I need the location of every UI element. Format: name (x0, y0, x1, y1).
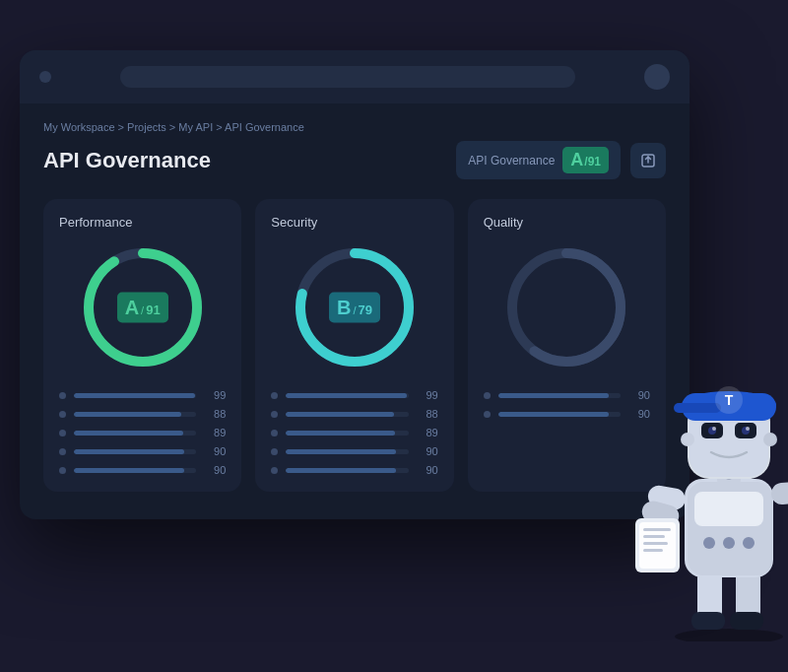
metric-row: 90 (271, 445, 437, 457)
metric-bar-bg (286, 449, 408, 454)
metric-dot (484, 411, 491, 418)
svg-point-15 (703, 537, 715, 549)
svg-point-35 (712, 427, 716, 431)
metric-value: 89 (204, 427, 226, 438)
metric-dot (484, 392, 491, 399)
metric-value: 99 (417, 389, 438, 401)
svg-point-7 (675, 629, 783, 641)
metrics-list: 99 88 89 (271, 389, 437, 476)
title-bar (20, 50, 690, 103)
metric-bar-fill (498, 412, 609, 417)
metric-row: 90 (59, 445, 226, 457)
metric-bar-fill (74, 468, 184, 473)
metric-bar-fill (74, 431, 183, 436)
svg-rect-26 (643, 542, 668, 545)
metric-bar-fill (498, 393, 609, 398)
svg-rect-28 (770, 481, 788, 505)
metric-dot (271, 448, 278, 455)
metric-row: 90 (271, 464, 437, 476)
window-action (644, 64, 670, 90)
metric-bar-bg (286, 412, 408, 417)
title-bar-search (120, 66, 575, 88)
svg-rect-12 (685, 479, 773, 577)
metrics-list: 99 88 89 (59, 389, 226, 476)
svg-point-39 (682, 391, 776, 419)
svg-rect-10 (691, 612, 725, 630)
page-title: API Governance (43, 148, 211, 173)
svg-rect-9 (736, 568, 760, 622)
donut-wrap: B / 79 (291, 243, 419, 371)
metric-dot (59, 448, 66, 455)
metric-row: 90 (59, 464, 226, 476)
metric-bar-bg (74, 449, 196, 454)
metric-dot (271, 430, 278, 437)
metric-bar-fill (286, 468, 396, 473)
metric-bar-bg (286, 431, 408, 436)
metric-dot (59, 392, 66, 399)
svg-rect-30 (690, 402, 768, 477)
metric-dot (59, 467, 66, 474)
svg-rect-32 (735, 423, 756, 438)
metric-row: 88 (59, 408, 226, 420)
card-title: Performance (59, 215, 226, 230)
metrics-list: 90 90 (484, 389, 650, 420)
metric-bar-bg (74, 431, 196, 436)
donut-wrap: A / 91 (79, 243, 207, 371)
svg-rect-8 (697, 568, 722, 622)
metric-bar-fill (74, 449, 184, 454)
svg-rect-18 (717, 466, 741, 484)
metric-value: 90 (417, 464, 438, 476)
svg-rect-22 (635, 518, 680, 572)
metric-bar-fill (286, 412, 393, 417)
svg-rect-40 (682, 393, 776, 421)
metric-bar-fill (286, 431, 395, 436)
svg-point-16 (723, 537, 735, 549)
metric-value: 89 (417, 427, 438, 438)
header-score-value: A /91 (562, 147, 609, 173)
metric-value: 88 (204, 408, 226, 420)
metric-dot (271, 392, 278, 399)
metric-value: 90 (628, 408, 650, 420)
svg-point-17 (743, 537, 755, 549)
donut-container: B / 79 (271, 243, 437, 371)
metric-bar-fill (286, 449, 396, 454)
app-wrapper: My Workspace > Projects > My API > API G… (20, 50, 768, 622)
metric-bar-bg (498, 393, 621, 398)
metric-bar-bg (286, 393, 408, 398)
donut-center: A / 91 (117, 293, 168, 323)
metric-bar-bg (74, 393, 196, 398)
metric-value: 99 (204, 389, 226, 401)
breadcrumb: My Workspace > Projects > My API > API G… (43, 121, 666, 133)
metric-row: 99 (59, 389, 226, 401)
header-grade-num: /91 (584, 155, 601, 168)
page-header: API Governance API Governance A /91 (43, 141, 666, 179)
metric-row: 90 (484, 408, 650, 420)
app-content: My Workspace > Projects > My API > API G… (20, 103, 690, 519)
metric-value: 90 (204, 445, 226, 457)
metric-bar-bg (286, 468, 408, 473)
card-title: Quality (484, 215, 650, 230)
metric-dot (271, 411, 278, 418)
metric-bar-fill (286, 393, 407, 398)
svg-point-36 (746, 427, 750, 431)
metric-dot (59, 430, 66, 437)
app-window: My Workspace > Projects > My API > API G… (20, 50, 690, 519)
card-security: Security B / 79 (255, 199, 453, 492)
svg-rect-14 (694, 492, 763, 526)
svg-text:T: T (725, 392, 734, 408)
header-grade-letter: A (570, 150, 583, 170)
metric-row: 89 (271, 427, 437, 438)
metric-row: 89 (59, 427, 226, 438)
donut-center: B / 79 (329, 293, 380, 323)
window-dot (39, 71, 51, 83)
svg-rect-31 (701, 423, 723, 438)
svg-point-19 (724, 470, 734, 480)
card-performance: Performance A / 91 (43, 199, 241, 492)
header-actions: API Governance A /91 (456, 141, 666, 179)
metric-value: 88 (417, 408, 438, 420)
metric-bar-fill (74, 412, 181, 417)
export-button[interactable] (630, 143, 666, 178)
card-title: Security (271, 215, 437, 230)
svg-rect-24 (643, 528, 671, 531)
svg-point-42 (715, 386, 743, 414)
